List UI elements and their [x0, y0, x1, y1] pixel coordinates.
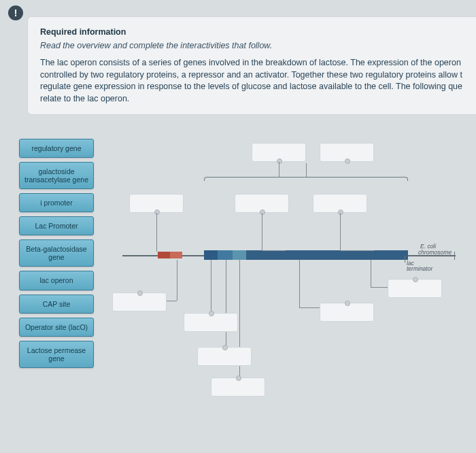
drop-low-6[interactable]: [388, 279, 442, 298]
seg-laco: [233, 250, 246, 260]
tick-right-end: [454, 252, 455, 260]
drop-low-4[interactable]: [211, 378, 265, 397]
label-terminator: terminator: [407, 266, 432, 272]
term-lactose-permease[interactable]: Lactose permease gene: [19, 341, 94, 368]
tick-terminator: [405, 256, 405, 263]
label-chromosome: chromosome: [418, 250, 452, 256]
panel-title: Required information: [40, 27, 464, 39]
info-panel: Required information Read the overview a…: [27, 16, 476, 115]
lead-d3: [226, 260, 226, 355]
lead-u1: [156, 213, 157, 252]
term-operator-site[interactable]: Operator site (lacO): [19, 318, 94, 337]
lead-u2b: [262, 250, 286, 251]
seg-i-gene: [170, 252, 182, 258]
term-galactoside-transacetylase[interactable]: galactoside transacetylase gene: [19, 162, 94, 189]
panel-body: The lac operon consists of a series of g…: [40, 57, 464, 105]
drop-mid-3[interactable]: [313, 194, 367, 213]
term-lac-operon[interactable]: lac operon: [19, 271, 94, 290]
drop-low-3[interactable]: [197, 347, 252, 366]
drop-top-1[interactable]: [252, 143, 306, 162]
term-beta-galactosidase[interactable]: Beta-galactosidase gene: [19, 239, 94, 267]
seg-i-promoter: [158, 252, 170, 258]
lead-d1: [177, 260, 177, 301]
term-list: regulatory gene galactoside transacetyla…: [19, 139, 94, 372]
lead-u3: [340, 213, 341, 250]
term-i-promoter[interactable]: i promoter: [19, 193, 94, 212]
lead-u3b: [340, 250, 374, 251]
brace-operon: [204, 177, 408, 181]
drop-mid-1[interactable]: [129, 194, 184, 213]
lead-u2: [262, 213, 262, 250]
term-lac-promoter[interactable]: Lac Promoter: [19, 216, 94, 235]
brace-stem: [306, 163, 307, 177]
seg-lacp: [218, 250, 233, 260]
alert-icon: !: [8, 5, 23, 20]
drop-low-1[interactable]: [112, 292, 167, 312]
drop-mid-2[interactable]: [235, 194, 289, 213]
lead-top1: [279, 162, 279, 177]
term-cap-site[interactable]: CAP site: [19, 295, 94, 314]
drop-low-5[interactable]: [320, 303, 374, 322]
lead-d6: [371, 260, 371, 287]
lead-d5: [299, 260, 300, 307]
diagram-area: E. coli chromosome lac terminator: [102, 136, 469, 435]
drop-top-2[interactable]: [320, 143, 374, 162]
drop-low-2[interactable]: [184, 313, 238, 332]
panel-subtitle: Read the overview and complete the inter…: [40, 40, 464, 52]
term-regulatory-gene[interactable]: regulatory gene: [19, 139, 94, 158]
seg-cap: [204, 250, 218, 260]
